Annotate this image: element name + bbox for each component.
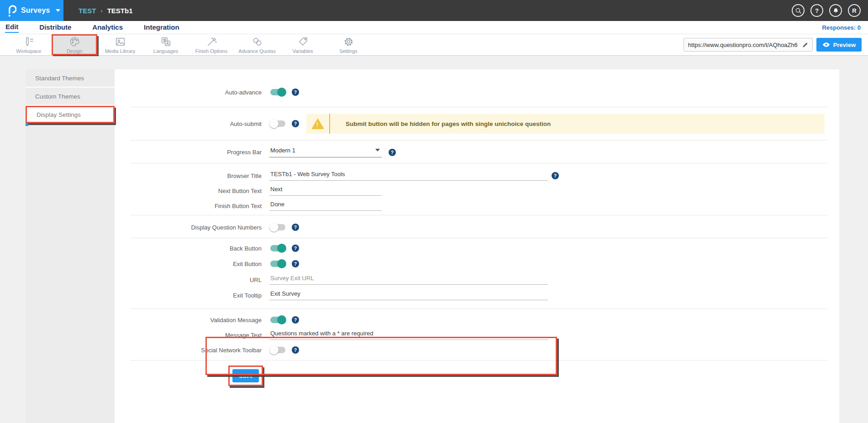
question-mark-icon: ? [815,7,819,14]
breadcrumb: TEST › TESTb1 [63,0,133,21]
primary-nav: Edit Distribute Analytics Integration Re… [0,21,868,34]
finish-button-text-label: Finish Button Text [130,203,262,209]
group-navigation-buttons: Back Button ? Exit Button ? URL [130,238,827,309]
notifications-button[interactable] [829,4,842,17]
progress-bar-select[interactable]: Modern 1 [269,147,382,157]
browser-title-label: Browser Title [130,172,262,179]
social-network-toolbar-label: Social Network Toolbar [130,347,262,354]
media-library-icon [115,36,126,47]
social-network-toolbar-help-icon[interactable]: ? [292,346,299,354]
display-question-numbers-toggle[interactable] [269,223,286,232]
back-button-help-icon[interactable]: ? [292,245,299,252]
product-switcher[interactable]: Surveys [0,0,63,21]
brand-label: Surveys [21,6,50,15]
chevron-down-icon [56,9,60,12]
sidebar-item-display-settings[interactable]: Display Settings [26,106,115,123]
help-button[interactable]: ? [810,4,823,17]
auto-advance-help-icon[interactable]: ? [292,89,299,96]
auto-advance-label: Auto-advance [130,89,262,96]
toolbar-item-media-library[interactable]: Media Library [97,34,143,55]
design-sidebar: Standard Themes Custom Themes Display Se… [26,69,115,423]
toolbar-item-design[interactable]: Design [52,34,97,55]
back-button-toggle[interactable] [269,244,286,253]
group-button-texts: Browser Title TESTb1 - Web Survey Tools … [130,163,827,215]
chevron-down-icon [375,149,380,151]
app-page: Surveys TEST › TESTb1 ? [0,0,868,423]
toolbar-item-label: Finish Options [195,48,227,54]
tab-edit[interactable]: Edit [5,22,19,33]
workspace-icon [23,36,35,47]
avatar-letter: R [852,7,856,14]
display-question-numbers-label: Display Question Numbers [130,224,262,231]
survey-url-value[interactable]: https://www.questionpro.com/t/AQhoaZh6 [684,42,799,48]
search-button[interactable] [792,4,805,17]
edit-url-button[interactable] [799,38,812,51]
validation-message-label: Validation Message [130,317,262,324]
message-text-label: Message Text [130,332,262,339]
tab-distribute[interactable]: Distribute [39,22,72,32]
display-question-numbers-help-icon[interactable]: ? [292,224,299,231]
toolbar-item-advance-quotas[interactable]: Advance Quotas [234,34,280,55]
exit-url-input[interactable]: Survey Exit URL [269,275,548,285]
toolbar-item-variables[interactable]: Variables [280,34,326,55]
search-icon [795,7,802,14]
toolbar-item-label: Design [67,48,82,54]
group-question-numbers: Display Question Numbers ? [130,215,827,238]
design-settings-panel: Standard Themes Custom Themes Display Se… [26,69,839,423]
auto-advance-toggle[interactable] [269,88,286,97]
toolbar-items: Workspace Design Media Library [0,34,371,55]
tab-analytics[interactable]: Analytics [92,22,123,32]
save-annotation-box: Save [228,366,263,386]
breadcrumb-survey-name: TESTb1 [107,7,133,15]
tab-integration[interactable]: Integration [143,22,180,32]
browser-title-help-icon[interactable]: ? [552,172,559,179]
progress-bar-help-icon[interactable]: ? [389,149,396,156]
settings-icon [343,36,354,47]
preview-button[interactable]: Preview [816,38,862,52]
next-button-text-input[interactable]: Next [269,186,382,196]
finish-button-text-input[interactable]: Done [269,201,382,211]
pencil-icon [802,42,809,48]
toolbar-item-workspace[interactable]: Workspace [6,34,52,55]
progress-bar-selected-value: Modern 1 [270,147,295,154]
languages-icon [160,36,172,47]
group-validation: Validation Message ? Message Text Questi… [130,309,827,360]
warning-triangle-icon [311,118,324,129]
warning-text: Submit button will be hidden for pages w… [330,114,551,134]
progress-bar-label: Progress Bar [130,149,262,156]
exit-button-toggle[interactable] [269,259,286,268]
auto-submit-warning: Submit button will be hidden for pages w… [306,114,825,134]
group-save: Save [130,360,827,386]
finish-options-icon [206,36,217,47]
toolbar-item-label: Languages [153,48,178,54]
breadcrumb-folder[interactable]: TEST [79,7,96,15]
sidebar-item-custom-themes[interactable]: Custom Themes [26,88,115,106]
validation-message-toggle[interactable] [269,315,286,324]
save-button[interactable]: Save [232,369,259,382]
avatar[interactable]: R [848,4,861,17]
auto-submit-toggle[interactable] [269,119,286,128]
browser-title-input[interactable]: TESTb1 - Web Survey Tools [269,171,548,181]
design-icon [69,36,80,47]
edit-toolbar: Workspace Design Media Library [0,34,868,56]
social-network-toolbar-toggle[interactable] [269,345,286,355]
auto-submit-help-icon[interactable]: ? [292,120,299,127]
sidebar-item-standard-themes[interactable]: Standard Themes [26,69,115,88]
validation-message-help-icon[interactable]: ? [292,316,299,324]
questionpro-logo-icon [7,4,16,17]
toolbar-item-languages[interactable]: Languages [143,34,189,55]
exit-button-help-icon[interactable]: ? [292,260,299,267]
toolbar-item-finish-options[interactable]: Finish Options [189,34,234,55]
survey-url-field[interactable]: https://www.questionpro.com/t/AQhoaZh6 [684,38,813,52]
exit-tooltip-input[interactable]: Exit Survey [269,290,548,300]
header-actions: ? R [792,0,868,21]
display-settings-form: Auto-advance ? Auto-submit ? [130,69,827,386]
message-text-input[interactable]: Questions marked with a * are required [269,330,548,340]
group-progress-bar: Progress Bar Modern 1 ? [130,141,827,163]
exit-url-label: URL [130,277,262,283]
toolbar-item-label: Variables [292,48,313,54]
group-auto-advance: Auto-advance ? [130,69,827,107]
group-auto-submit: Auto-submit ? Submit button will be hidd… [130,107,827,141]
toolbar-item-settings[interactable]: Settings [326,34,371,55]
responses-count[interactable]: Responses: 0 [822,24,861,31]
